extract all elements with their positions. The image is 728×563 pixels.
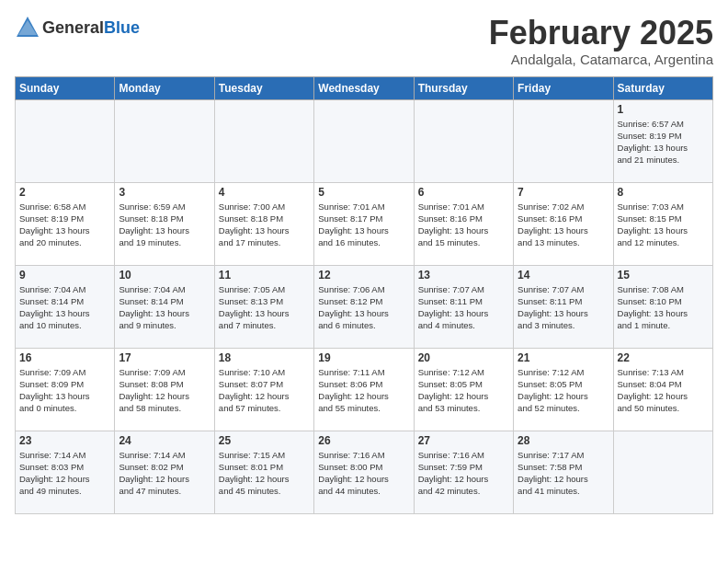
calendar-cell: 25Sunrise: 7:15 AM Sunset: 8:01 PM Dayli… (214, 431, 313, 513)
day-number: 27 (418, 434, 509, 447)
calendar-cell: 16Sunrise: 7:09 AM Sunset: 8:09 PM Dayli… (16, 348, 115, 431)
day-number: 20 (418, 351, 509, 364)
location-subtitle: Andalgala, Catamarca, Argentina (489, 52, 713, 67)
calendar-cell: 15Sunrise: 7:08 AM Sunset: 8:10 PM Dayli… (613, 265, 712, 348)
day-info: Sunrise: 7:17 AM Sunset: 7:58 PM Dayligh… (518, 449, 609, 498)
calendar-cell (414, 99, 513, 182)
day-number: 9 (19, 269, 110, 282)
day-number: 5 (318, 186, 409, 199)
day-number: 8 (618, 186, 709, 199)
day-number: 2 (19, 186, 110, 199)
month-year-title: February 2025 (489, 15, 713, 52)
day-number: 13 (418, 269, 509, 282)
col-header-thursday: Thursday (414, 76, 513, 99)
day-info: Sunrise: 7:16 AM Sunset: 7:59 PM Dayligh… (418, 449, 509, 498)
day-info: Sunrise: 6:59 AM Sunset: 8:18 PM Dayligh… (119, 201, 210, 249)
day-info: Sunrise: 7:09 AM Sunset: 8:09 PM Dayligh… (19, 366, 110, 415)
day-number: 14 (518, 269, 609, 282)
calendar-table: SundayMondayTuesdayWednesdayThursdayFrid… (15, 76, 713, 514)
calendar-header-row: SundayMondayTuesdayWednesdayThursdayFrid… (16, 76, 713, 99)
svg-marker-1 (18, 20, 37, 35)
day-number: 26 (318, 434, 409, 447)
calendar-cell (613, 431, 712, 513)
day-number: 25 (219, 434, 310, 447)
calendar-cell: 12Sunrise: 7:06 AM Sunset: 8:12 PM Dayli… (314, 265, 414, 348)
col-header-sunday: Sunday (16, 76, 115, 99)
day-number: 16 (19, 351, 110, 364)
day-number: 17 (119, 351, 210, 364)
day-number: 21 (518, 351, 609, 364)
calendar-cell (16, 99, 115, 182)
calendar-cell: 10Sunrise: 7:04 AM Sunset: 8:14 PM Dayli… (115, 265, 214, 348)
day-info: Sunrise: 7:13 AM Sunset: 8:04 PM Dayligh… (618, 366, 709, 415)
calendar-week-row: 23Sunrise: 7:14 AM Sunset: 8:03 PM Dayli… (16, 431, 713, 513)
day-number: 28 (518, 434, 609, 447)
day-info: Sunrise: 7:09 AM Sunset: 8:08 PM Dayligh… (119, 366, 210, 415)
day-number: 11 (219, 269, 310, 282)
calendar-cell: 2Sunrise: 6:58 AM Sunset: 8:19 PM Daylig… (16, 182, 115, 265)
day-info: Sunrise: 7:05 AM Sunset: 8:13 PM Dayligh… (219, 283, 310, 332)
day-info: Sunrise: 7:04 AM Sunset: 8:14 PM Dayligh… (19, 283, 110, 332)
day-number: 3 (119, 186, 210, 199)
day-info: Sunrise: 7:01 AM Sunset: 8:17 PM Dayligh… (318, 201, 409, 249)
logo: GeneralBlue (15, 15, 140, 40)
page-header: GeneralBlue February 2025 Andalgala, Cat… (15, 15, 713, 67)
logo-text: GeneralBlue (42, 18, 140, 38)
day-info: Sunrise: 7:14 AM Sunset: 8:03 PM Dayligh… (19, 449, 110, 498)
calendar-cell: 11Sunrise: 7:05 AM Sunset: 8:13 PM Dayli… (214, 265, 313, 348)
calendar-cell: 19Sunrise: 7:11 AM Sunset: 8:06 PM Dayli… (314, 348, 414, 431)
calendar-cell: 14Sunrise: 7:07 AM Sunset: 8:11 PM Dayli… (514, 265, 613, 348)
calendar-cell: 3Sunrise: 6:59 AM Sunset: 8:18 PM Daylig… (115, 182, 214, 265)
day-info: Sunrise: 7:04 AM Sunset: 8:14 PM Dayligh… (119, 283, 210, 332)
day-info: Sunrise: 7:06 AM Sunset: 8:12 PM Dayligh… (318, 283, 409, 332)
calendar-cell: 26Sunrise: 7:16 AM Sunset: 8:00 PM Dayli… (314, 431, 414, 513)
day-number: 22 (618, 351, 709, 364)
day-number: 24 (119, 434, 210, 447)
day-info: Sunrise: 7:10 AM Sunset: 8:07 PM Dayligh… (219, 366, 310, 415)
day-number: 15 (618, 269, 709, 282)
day-info: Sunrise: 7:02 AM Sunset: 8:16 PM Dayligh… (518, 201, 609, 249)
day-info: Sunrise: 7:00 AM Sunset: 8:18 PM Dayligh… (219, 201, 310, 249)
col-header-saturday: Saturday (613, 76, 712, 99)
logo-icon (15, 15, 40, 40)
calendar-week-row: 1Sunrise: 6:57 AM Sunset: 8:19 PM Daylig… (16, 99, 713, 182)
col-header-friday: Friday (514, 76, 613, 99)
calendar-cell: 7Sunrise: 7:02 AM Sunset: 8:16 PM Daylig… (514, 182, 613, 265)
calendar-cell: 18Sunrise: 7:10 AM Sunset: 8:07 PM Dayli… (214, 348, 313, 431)
day-info: Sunrise: 6:58 AM Sunset: 8:19 PM Dayligh… (19, 201, 110, 249)
calendar-cell: 6Sunrise: 7:01 AM Sunset: 8:16 PM Daylig… (414, 182, 513, 265)
col-header-monday: Monday (115, 76, 214, 99)
calendar-cell: 24Sunrise: 7:14 AM Sunset: 8:02 PM Dayli… (115, 431, 214, 513)
day-number: 4 (219, 186, 310, 199)
day-info: Sunrise: 7:11 AM Sunset: 8:06 PM Dayligh… (318, 366, 409, 415)
day-number: 7 (518, 186, 609, 199)
calendar-cell: 5Sunrise: 7:01 AM Sunset: 8:17 PM Daylig… (314, 182, 414, 265)
day-number: 12 (318, 269, 409, 282)
calendar-cell: 22Sunrise: 7:13 AM Sunset: 8:04 PM Dayli… (613, 348, 712, 431)
day-info: Sunrise: 7:07 AM Sunset: 8:11 PM Dayligh… (518, 283, 609, 332)
day-info: Sunrise: 7:12 AM Sunset: 8:05 PM Dayligh… (518, 366, 609, 415)
day-info: Sunrise: 6:57 AM Sunset: 8:19 PM Dayligh… (618, 118, 709, 167)
day-info: Sunrise: 7:15 AM Sunset: 8:01 PM Dayligh… (219, 449, 310, 498)
day-info: Sunrise: 7:07 AM Sunset: 8:11 PM Dayligh… (418, 283, 509, 332)
calendar-cell: 1Sunrise: 6:57 AM Sunset: 8:19 PM Daylig… (613, 99, 712, 182)
calendar-cell (514, 99, 613, 182)
calendar-cell: 4Sunrise: 7:00 AM Sunset: 8:18 PM Daylig… (214, 182, 313, 265)
calendar-cell: 8Sunrise: 7:03 AM Sunset: 8:15 PM Daylig… (613, 182, 712, 265)
calendar-cell (115, 99, 214, 182)
calendar-cell (214, 99, 313, 182)
day-number: 6 (418, 186, 509, 199)
day-info: Sunrise: 7:12 AM Sunset: 8:05 PM Dayligh… (418, 366, 509, 415)
col-header-tuesday: Tuesday (214, 76, 313, 99)
calendar-week-row: 16Sunrise: 7:09 AM Sunset: 8:09 PM Dayli… (16, 348, 713, 431)
day-number: 1 (618, 103, 709, 116)
day-number: 19 (318, 351, 409, 364)
calendar-cell: 23Sunrise: 7:14 AM Sunset: 8:03 PM Dayli… (16, 431, 115, 513)
calendar-cell: 20Sunrise: 7:12 AM Sunset: 8:05 PM Dayli… (414, 348, 513, 431)
calendar-week-row: 9Sunrise: 7:04 AM Sunset: 8:14 PM Daylig… (16, 265, 713, 348)
day-number: 23 (19, 434, 110, 447)
calendar-week-row: 2Sunrise: 6:58 AM Sunset: 8:19 PM Daylig… (16, 182, 713, 265)
calendar-cell: 28Sunrise: 7:17 AM Sunset: 7:58 PM Dayli… (514, 431, 613, 513)
day-info: Sunrise: 7:03 AM Sunset: 8:15 PM Dayligh… (618, 201, 709, 249)
calendar-cell: 13Sunrise: 7:07 AM Sunset: 8:11 PM Dayli… (414, 265, 513, 348)
